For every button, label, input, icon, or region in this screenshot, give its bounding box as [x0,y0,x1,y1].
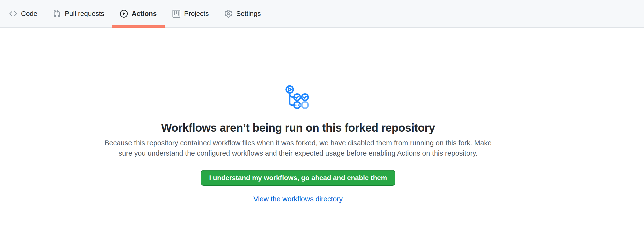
repo-tab-bar: Code Pull requests Actions Projects Sett… [0,0,644,28]
tab-label: Projects [184,10,209,17]
blankslate: Workflows aren’t being run on this forke… [100,83,496,203]
tab-label: Code [21,10,38,17]
tab-label: Pull requests [65,10,104,17]
tab-pull-requests[interactable]: Pull requests [45,0,112,27]
project-icon [172,10,180,18]
git-pull-request-icon [53,10,61,18]
tab-actions[interactable]: Actions [112,0,165,27]
enable-workflows-button[interactable]: I understand my workflows, go ahead and … [201,170,395,186]
tab-label: Actions [132,10,157,17]
link-row: View the workflows directory [100,195,496,203]
page-description: Because this repository contained workfl… [100,138,496,158]
tab-code[interactable]: Code [2,0,45,27]
play-circle-icon [120,10,128,18]
tab-label: Settings [236,10,261,17]
workflow-illustration-icon [100,83,496,110]
gear-icon [224,10,232,18]
page-title: Workflows aren’t being run on this forke… [100,121,496,134]
view-workflows-directory-link[interactable]: View the workflows directory [253,195,342,203]
code-icon [9,10,17,18]
tab-settings[interactable]: Settings [217,0,269,27]
tab-projects[interactable]: Projects [165,0,217,27]
